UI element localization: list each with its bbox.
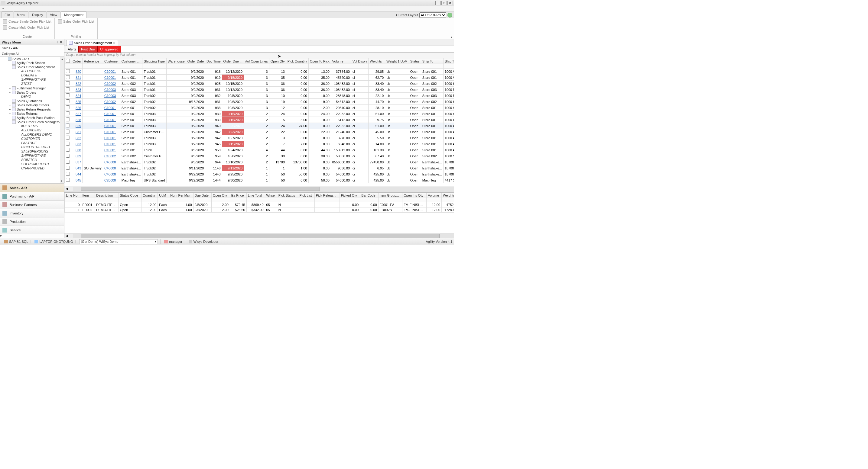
dcol-pick-status[interactable]: Pick Status (277, 193, 298, 198)
col-weights[interactable]: Weights (369, 58, 385, 64)
qat-dropdown[interactable]: ▾ (2, 7, 4, 10)
tree-sales-order-management[interactable]: −Sales Order Management (8, 65, 64, 69)
table-row[interactable]: 838C10001Store 001Truck9/8/202095010/4/2… (65, 147, 454, 153)
maximize-button[interactable]: □ (441, 1, 447, 5)
dcol-line-no-[interactable]: Line No. (65, 193, 81, 198)
table-row[interactable]: 845C20000Maxi-TeqUPS Standard9/22/202014… (65, 177, 454, 183)
tree-demo[interactable]: DEMO (13, 95, 64, 98)
tree-allorders[interactable]: ALLORDERS (13, 69, 64, 73)
tree-sales-quotations[interactable]: +Sales Quotations (8, 99, 64, 103)
tree-agility-batch-pack-station[interactable]: +Agility Batch Pack Station (8, 116, 64, 120)
col-pick-quantity[interactable]: Pick Quantity (286, 58, 308, 64)
col-shipping-type[interactable]: Shipping Type (143, 58, 166, 64)
tree-sales-a-r[interactable]: −Sales - A/R (4, 57, 64, 61)
alert-past-due[interactable]: Past Due (78, 46, 97, 53)
dcol-open-inv-qty[interactable]: Open Inv Qty (402, 193, 427, 198)
tree-sales-delivery-orders[interactable]: +Sales Delivery Orders (8, 103, 64, 107)
ribbon-create-multi-order-pick-list[interactable]: Create Multi Order Pick List (2, 25, 50, 30)
col-ship-to[interactable]: Ship To (421, 58, 443, 64)
ribbon-collapse[interactable]: ▴ (451, 35, 452, 39)
col-order[interactable]: Order (71, 58, 83, 64)
tree-unapproved[interactable]: UNAPPROVED (13, 166, 64, 170)
table-row[interactable]: 821C10001Store 001Truck019/2/20209199/15… (65, 75, 454, 80)
detail-hscroll[interactable]: ◀▶ (64, 233, 454, 238)
col-ship-to-ad-[interactable]: Ship To Ad... (443, 58, 454, 64)
table-row[interactable]: 832C10001Store 001Truck039/2/202094210/7… (65, 135, 454, 141)
col-weight-1-uom[interactable]: Weight 1 UoM (385, 58, 409, 64)
dcol-description[interactable]: Description (95, 193, 119, 198)
tab-file[interactable]: File (1, 11, 13, 18)
nav-sales-a-r[interactable]: Sales - A/R (0, 183, 64, 192)
company-select[interactable]: (GenDemo) WiSys Demo▾ (79, 239, 158, 244)
table-row[interactable]: 822C10002Store 002Truck019/2/202092510/1… (65, 80, 454, 87)
dcol-due-date[interactable]: Due Date (193, 193, 211, 198)
tree-pastdue[interactable]: PASTDUE (13, 141, 64, 145)
table-row[interactable]: 844C40000Earthshake...Truck029/22/202014… (65, 171, 454, 177)
dcol-ea-price[interactable]: Ea Price (230, 193, 246, 198)
ribbon-create-single-order-pick-list[interactable]: Create Single Order Pick List (2, 19, 52, 24)
tab-management[interactable]: Management (61, 11, 87, 18)
group-by-hint[interactable]: Drag a column header here to group by th… (64, 53, 454, 58)
doc-tab-close-icon[interactable]: ✕ (113, 41, 116, 45)
table-row[interactable]: 827C10001Store 001Truck039/2/20209399/15… (65, 111, 454, 117)
detail-row[interactable]: 1FD002DEMO-ITE...Open12.00Each1.009/5/20… (65, 207, 454, 212)
dcol-pick-list[interactable]: Pick List (298, 193, 314, 198)
col-check[interactable] (65, 58, 71, 64)
tree-sales-returns[interactable]: +Sales Returns (8, 112, 64, 115)
tree-allorders-demo[interactable]: ALLORDERS DEMO (13, 133, 64, 136)
col-customer[interactable]: Customer (103, 58, 120, 64)
dcol-item[interactable]: Item (81, 193, 95, 198)
tree-shippingtype[interactable]: SHIPPINGTYPE (13, 78, 64, 81)
table-row[interactable]: 824C10003Store 003Truck029/2/202093210/5… (65, 93, 454, 99)
nav-more[interactable]: ▾ (0, 234, 64, 238)
sidebar-breadcrumb[interactable]: Sales - A/R (0, 45, 64, 51)
table-row[interactable]: 828C10001Store 001Truck039/2/20209399/15… (65, 117, 454, 123)
tree-salespersons[interactable]: SALESPERSONS (13, 149, 64, 153)
minimize-button[interactable]: — (435, 1, 441, 5)
col-volume[interactable]: Volume (331, 58, 351, 64)
collapse-all[interactable]: Collapse All (0, 51, 64, 57)
table-row[interactable]: 839C10002Store 002Customer P...9/8/20209… (65, 153, 454, 159)
col-doc-time[interactable]: Doc Time (205, 58, 222, 64)
detail-grid[interactable]: Line No.ItemDescriptionStatus CodeQuanti… (64, 193, 454, 233)
dcol-uom[interactable]: UoM (158, 193, 169, 198)
col-order-due-[interactable]: Order Due ... (222, 58, 244, 64)
orders-hscroll[interactable]: ◀▶ (64, 186, 454, 191)
tree-duedate[interactable]: DUEDATE (13, 73, 64, 77)
col-status[interactable]: Status (409, 58, 421, 64)
col-open-qty[interactable]: Open Qty (269, 58, 286, 64)
refresh-icon[interactable] (447, 13, 452, 18)
tree-sobatch[interactable]: SOBATCH (13, 158, 64, 162)
tree-allorders[interactable]: ALLORDERS (13, 128, 64, 132)
nav-tree[interactable]: −Sales - A/R+Agility Pack Station−Sales … (0, 57, 64, 183)
nav-business-partners[interactable]: Business Partners (0, 200, 64, 209)
doc-tab-sales-order-mgmt[interactable]: Sales Order Management ✕ (66, 40, 118, 45)
col-vol-disply[interactable]: Vol Disply (351, 58, 368, 64)
dcol-whse[interactable]: Whse (265, 193, 277, 198)
table-row[interactable]: 837C40000Earthshake...Truck029/8/2020944… (65, 159, 454, 165)
dcol-open-qty[interactable]: Open Qty (211, 193, 230, 198)
alert-unapproved[interactable]: Unapproved (98, 46, 121, 53)
dcol-bar-code[interactable]: Bar Code (360, 193, 378, 198)
tab-display[interactable]: Display (29, 11, 46, 18)
table-row[interactable]: 823C10003Store 003Truck019/2/202093110/1… (65, 87, 454, 93)
table-row[interactable]: 831C10001Store 001Customer P...9/2/20209… (65, 129, 454, 135)
tree-picklistneeded[interactable]: PICKLISTNEEDED (13, 145, 64, 149)
tree-customer[interactable]: CUSTOMER (13, 137, 64, 140)
tree-fulfillment-manager[interactable]: +Fulfillment Manager (8, 87, 64, 90)
tab-menu[interactable]: Menu (13, 11, 29, 18)
nav-inventory[interactable]: Inventory (0, 209, 64, 217)
tree-sopromoroute[interactable]: SOPROMOROUTE (13, 162, 64, 166)
ribbon-sales-order-pick-list[interactable]: Sales Order Pick List (57, 19, 95, 24)
nav-purchasing-a-p[interactable]: Purchasing - A/P (0, 192, 64, 200)
tree-sales-order-batch-management[interactable]: −Sales Order Batch Management (8, 120, 64, 124)
tree-ztest[interactable]: ZTEST (13, 82, 64, 86)
nav-production[interactable]: Production (0, 217, 64, 226)
dcol-num-per-msr[interactable]: Num Per Msr (169, 193, 193, 198)
dcol-volume[interactable]: Volume (427, 193, 442, 198)
col-order-date[interactable]: Order Date (186, 58, 205, 64)
tree-agility-pack-station[interactable]: +Agility Pack Station (8, 61, 64, 65)
close-button[interactable]: ✕ (447, 1, 453, 5)
dcol-quantity[interactable]: Quantity (141, 193, 157, 198)
tree--ofitems[interactable]: #OFITEMS (13, 124, 64, 128)
